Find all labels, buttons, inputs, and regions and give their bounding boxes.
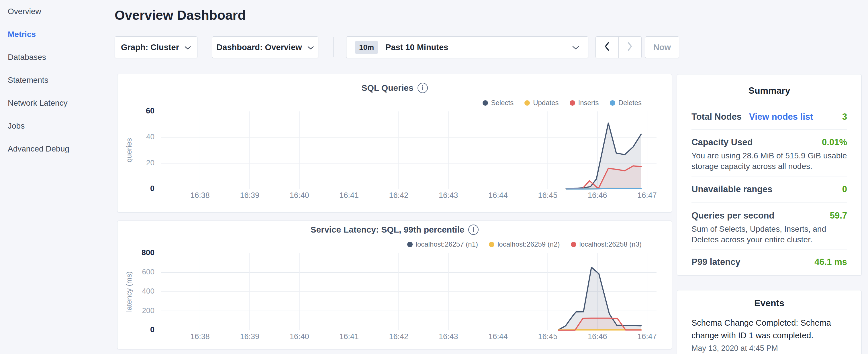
time-window-label: Past 10 Minutes bbox=[385, 43, 448, 52]
legend-label: localhost:26258 (n3) bbox=[580, 240, 642, 248]
chart-legend: SelectsUpdatesInsertsDeletes bbox=[483, 99, 642, 107]
legend-label: localhost:26257 (n1) bbox=[416, 240, 478, 248]
summary-row-queries-per-second: Queries per second 59.7 Sum of Selects, … bbox=[691, 202, 847, 250]
chevron-down-icon bbox=[572, 43, 580, 52]
row-value: 3 bbox=[842, 112, 847, 122]
legend-label: Deletes bbox=[618, 99, 642, 107]
sidebar-item-databases[interactable]: Databases bbox=[0, 46, 115, 69]
dashboard-dropdown[interactable]: Dashboard: Overview bbox=[212, 36, 318, 58]
service-latency-chart: 020040060080016:3816:3916:4016:4116:4216… bbox=[161, 253, 656, 345]
svg-text:16:46: 16:46 bbox=[588, 191, 607, 200]
svg-text:16:47: 16:47 bbox=[637, 191, 657, 200]
summary-title: Summary bbox=[677, 74, 861, 96]
events-title: Events bbox=[677, 290, 861, 309]
row-value: 59.7 bbox=[830, 211, 847, 221]
legend-label: localhost:26259 (n2) bbox=[497, 240, 560, 248]
summary-panel: Summary Total Nodes View nodes list 3 Ca… bbox=[677, 74, 862, 276]
legend-item[interactable]: Selects bbox=[483, 99, 514, 107]
sidebar-item-jobs[interactable]: Jobs bbox=[0, 115, 115, 137]
chevron-left-icon bbox=[604, 41, 610, 53]
app-root: Overview Metrics Databases Statements Ne… bbox=[0, 0, 868, 354]
service-latency-card: Service Latency: SQL, 99th percentile i … bbox=[117, 221, 672, 349]
chevron-down-icon bbox=[184, 43, 191, 52]
svg-text:60: 60 bbox=[146, 106, 154, 115]
legend-label: Inserts bbox=[578, 99, 599, 107]
y-axis-label: queries bbox=[123, 111, 135, 189]
dashboard-label: Dashboard: Overview bbox=[216, 43, 302, 52]
info-icon[interactable]: i bbox=[468, 225, 478, 235]
svg-text:16:44: 16:44 bbox=[488, 332, 508, 341]
row-label: Unavailable ranges bbox=[691, 184, 773, 194]
svg-text:16:45: 16:45 bbox=[538, 332, 558, 341]
sidebar-item-metrics[interactable]: Metrics bbox=[0, 23, 115, 46]
info-icon[interactable]: i bbox=[417, 83, 428, 93]
legend-item[interactable]: localhost:26258 (n3) bbox=[571, 240, 642, 248]
svg-text:16:43: 16:43 bbox=[439, 332, 458, 341]
row-value: 0 bbox=[842, 184, 847, 194]
legend-dot-icon bbox=[524, 100, 530, 106]
svg-text:16:42: 16:42 bbox=[389, 191, 409, 200]
event-timestamp: May 13, 2020 at 4:45 PM bbox=[691, 344, 847, 353]
toolbar-divider bbox=[333, 37, 334, 57]
sidebar-item-advanced-debug[interactable]: Advanced Debug bbox=[0, 137, 115, 160]
legend-dot-icon bbox=[610, 100, 615, 106]
svg-text:0: 0 bbox=[150, 184, 154, 193]
svg-text:200: 200 bbox=[142, 306, 154, 315]
legend-item[interactable]: localhost:26257 (n1) bbox=[407, 240, 478, 248]
svg-text:16:39: 16:39 bbox=[240, 332, 260, 341]
svg-text:16:45: 16:45 bbox=[538, 191, 558, 200]
step-back-button[interactable] bbox=[596, 37, 619, 58]
svg-text:16:40: 16:40 bbox=[290, 332, 309, 341]
sidebar-item-overview[interactable]: Overview bbox=[0, 0, 115, 23]
graph-scope-dropdown[interactable]: Graph: Cluster bbox=[115, 36, 197, 58]
svg-text:16:40: 16:40 bbox=[290, 191, 309, 200]
svg-text:800: 800 bbox=[142, 248, 154, 257]
sql-queries-card: SQL Queries i SelectsUpdatesInsertsDelet… bbox=[117, 74, 672, 213]
legend-item[interactable]: Inserts bbox=[570, 99, 599, 107]
chevron-right-icon bbox=[627, 41, 633, 53]
legend-dot-icon bbox=[483, 100, 488, 106]
graph-scope-label: Graph: Cluster bbox=[121, 43, 179, 52]
chart-title: Service Latency: SQL, 99th percentile bbox=[311, 225, 465, 234]
svg-text:16:41: 16:41 bbox=[339, 332, 359, 341]
row-description: Sum of Selects, Updates, Inserts, and De… bbox=[691, 224, 847, 245]
legend-dot-icon bbox=[489, 242, 494, 247]
legend-label: Updates bbox=[533, 99, 559, 107]
legend-item[interactable]: localhost:26259 (n2) bbox=[489, 240, 560, 248]
svg-text:16:42: 16:42 bbox=[389, 332, 409, 341]
legend-item[interactable]: Deletes bbox=[610, 99, 642, 107]
svg-text:40: 40 bbox=[146, 132, 154, 141]
legend-item[interactable]: Updates bbox=[524, 99, 559, 107]
event-list-item[interactable]: Schema Change Completed: Schema change w… bbox=[677, 317, 861, 353]
now-button[interactable]: Now bbox=[645, 36, 679, 58]
chart-title: SQL Queries bbox=[361, 83, 413, 93]
svg-text:400: 400 bbox=[142, 287, 154, 295]
svg-text:16:46: 16:46 bbox=[588, 332, 607, 341]
legend-label: Selects bbox=[491, 99, 514, 107]
row-label: Queries per second bbox=[691, 211, 774, 221]
svg-text:0: 0 bbox=[150, 325, 154, 334]
svg-text:600: 600 bbox=[142, 267, 154, 276]
time-window-dropdown[interactable]: 10m Past 10 Minutes bbox=[346, 36, 588, 58]
y-axis-label: latency (ms) bbox=[123, 253, 135, 330]
svg-text:16:47: 16:47 bbox=[637, 332, 657, 341]
chevron-down-icon bbox=[307, 43, 314, 52]
svg-text:20: 20 bbox=[146, 158, 154, 167]
row-description: You are using 28.6 MiB of 515.9 GiB usab… bbox=[691, 150, 847, 171]
svg-text:16:43: 16:43 bbox=[439, 191, 458, 200]
svg-text:16:38: 16:38 bbox=[190, 332, 210, 341]
row-value: 0.01% bbox=[822, 137, 847, 148]
step-forward-button[interactable] bbox=[619, 37, 642, 58]
sql-queries-chart: 020406016:3816:3916:4016:4116:4216:4316:… bbox=[161, 111, 656, 203]
events-panel: Events Schema Change Completed: Schema c… bbox=[677, 290, 862, 354]
row-label: P99 latency bbox=[691, 257, 741, 267]
row-value: 46.1 ms bbox=[814, 257, 847, 267]
legend-dot-icon bbox=[407, 242, 413, 247]
sidebar-item-network-latency[interactable]: Network Latency bbox=[0, 92, 115, 115]
sidebar-item-statements[interactable]: Statements bbox=[0, 69, 115, 92]
view-nodes-list-link[interactable]: View nodes list bbox=[749, 112, 813, 122]
svg-text:16:44: 16:44 bbox=[488, 191, 508, 200]
svg-text:16:41: 16:41 bbox=[339, 191, 359, 200]
svg-text:16:38: 16:38 bbox=[190, 191, 210, 200]
summary-row-capacity-used: Capacity Used 0.01% You are using 28.6 M… bbox=[691, 130, 847, 176]
